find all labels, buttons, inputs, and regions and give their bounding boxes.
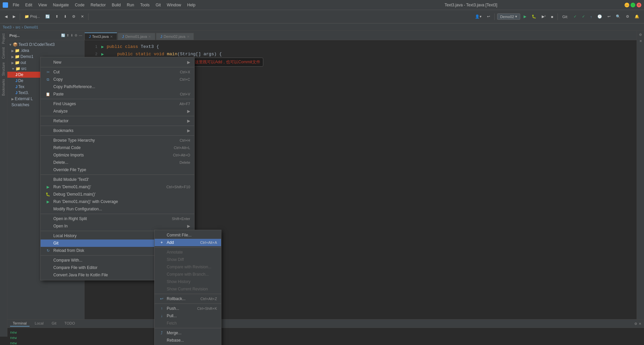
menu-help[interactable]: Help: [184, 2, 198, 8]
menu-git[interactable]: Git: [153, 2, 163, 8]
toolbar-undo[interactable]: ↩: [485, 13, 492, 20]
cm-copy-path[interactable]: Copy Path/Reference...: [41, 83, 194, 90]
menu-build[interactable]: Build: [109, 2, 123, 8]
toolbar-sync[interactable]: 🔄: [43, 13, 52, 20]
cm-reformat[interactable]: Reformat Code Ctrl+Alt+L: [41, 144, 194, 151]
cm-run-coverage[interactable]: ▶ Run 'Demo01.main()' with Coverage: [41, 198, 194, 205]
cm-cut[interactable]: ✂ Cut Ctrl+X: [41, 68, 194, 76]
breadcrumb-text3[interactable]: Text3: [3, 25, 11, 29]
toolbar-collapse[interactable]: ⬆: [53, 13, 60, 20]
cm-new[interactable]: New ▶: [41, 59, 194, 66]
toolbar-expand[interactable]: ⬇: [62, 13, 69, 20]
project-header-btn-collapse[interactable]: ⬆: [66, 33, 69, 37]
search-button[interactable]: 🔍: [614, 13, 623, 20]
project-header-btn-sync[interactable]: 🔄: [61, 33, 65, 37]
cm-analyze[interactable]: Analyze ▶: [41, 108, 194, 115]
gs-merge[interactable]: ⤴ Merge...: [155, 329, 221, 337]
stop-button[interactable]: ■: [549, 14, 555, 20]
menu-refactor[interactable]: Refactor: [88, 2, 108, 8]
project-header-btn-more[interactable]: ⚙: [74, 33, 77, 37]
coverage-button[interactable]: ▶ˢ: [540, 13, 548, 20]
gs-pull[interactable]: ↓ Pull...: [155, 312, 221, 320]
menu-view[interactable]: View: [36, 2, 50, 8]
cm-build-module[interactable]: Build Module 'Text3': [41, 176, 194, 183]
tab-demo02-close[interactable]: ✕: [187, 35, 190, 39]
cm-open-right-split[interactable]: Open in Right Split Shift+Enter: [41, 215, 194, 222]
menu-code[interactable]: Code: [72, 2, 87, 8]
right-toolbar-settings[interactable]: ⚙: [639, 33, 642, 37]
run-button[interactable]: ▶: [522, 13, 528, 20]
terminal-content[interactable]: new new new new new new new new PS D:\Co…: [7, 328, 644, 345]
cm-bookmarks[interactable]: Bookmarks ▶: [41, 127, 194, 134]
cm-refactor[interactable]: Refactor ▶: [41, 117, 194, 125]
bottom-tab-terminal[interactable]: Terminal: [10, 321, 30, 327]
vtab-bookmarks[interactable]: Bookmarks: [1, 78, 6, 97]
terminal-settings[interactable]: ⚙: [634, 322, 637, 326]
cm-find-usages[interactable]: Find Usages Alt+F7: [41, 100, 194, 108]
cm-optimize-imports[interactable]: Optimize Imports Ctrl+Alt+O: [41, 151, 194, 159]
menu-run[interactable]: Run: [124, 2, 137, 8]
cm-browse-type[interactable]: Browse Type Hierarchy Ctrl+H: [41, 137, 194, 144]
gs-push[interactable]: ↑ Push... Ctrl+Shift+K: [155, 305, 221, 312]
gs-rollback[interactable]: ↩ Rollback... Ctrl+Alt+Z: [155, 295, 221, 302]
cm-debug[interactable]: 🐛 Debug 'Demo01.main()': [41, 191, 194, 198]
tab-text3[interactable]: J Text3.java ✕: [85, 32, 117, 40]
breadcrumb-src[interactable]: src: [15, 25, 20, 29]
terminal-close[interactable]: ✕: [639, 322, 641, 326]
git-history[interactable]: 🕐: [595, 13, 604, 20]
bottom-tab-todo[interactable]: TODO: [62, 321, 78, 327]
menu-tools[interactable]: Tools: [138, 2, 152, 8]
menu-file[interactable]: File: [10, 2, 22, 8]
minimize-button[interactable]: —: [625, 3, 629, 7]
toolbar-back[interactable]: ◀: [3, 13, 9, 20]
project-header-btn-expand[interactable]: ⬇: [70, 33, 73, 37]
cm-modify-run-config[interactable]: Modify Run Configuration...: [41, 205, 194, 213]
git-push[interactable]: ↑: [588, 14, 594, 20]
cm-open-in[interactable]: Open In ▶: [41, 222, 194, 230]
settings-button[interactable]: ⚙: [624, 13, 631, 20]
toolbar-forward[interactable]: ▶: [11, 13, 17, 20]
toolbar-close-panel[interactable]: ✕: [79, 13, 86, 20]
bottom-tab-git[interactable]: Git: [49, 321, 59, 327]
gs-rebase[interactable]: Rebase...: [155, 337, 221, 344]
git-check-2[interactable]: ✓: [580, 13, 587, 20]
tree-idea[interactable]: ▶ 📁 .idea: [7, 48, 84, 54]
menu-navigate[interactable]: Navigate: [50, 2, 71, 8]
toolbar-settings[interactable]: ⚙: [70, 13, 77, 20]
breadcrumb-demo01[interactable]: Demo01: [24, 25, 38, 29]
cm-copy[interactable]: ⧉ Copy Ctrl+C: [41, 76, 194, 83]
bottom-tab-local[interactable]: Local: [32, 321, 46, 327]
run-gutter-icon-2[interactable]: ▶: [101, 52, 105, 56]
line-number-2: 2: [87, 52, 97, 56]
run-config-selector[interactable]: Demo02 ▾: [497, 13, 520, 20]
tab-demo01[interactable]: J Demo01.java ✕: [118, 33, 155, 40]
toolbar-notifications[interactable]: 🔔: [633, 13, 641, 20]
project-header-btn-close[interactable]: —: [79, 33, 82, 37]
vtab-structure[interactable]: Structure: [1, 61, 6, 77]
run-gutter-icon-1[interactable]: ▶: [101, 45, 105, 49]
git-check-1[interactable]: ✓: [572, 13, 579, 20]
debug-button[interactable]: 🐛: [530, 13, 538, 20]
gs-add[interactable]: + Add Ctrl+Alt+A: [155, 239, 221, 246]
tab-demo02[interactable]: J Demo02.java ✕: [156, 33, 194, 40]
maximize-button[interactable]: □: [631, 3, 635, 7]
right-toolbar-close[interactable]: ✕: [639, 39, 642, 43]
tab-text3-close[interactable]: ✕: [110, 35, 113, 39]
cm-run[interactable]: ▶ Run 'Demo01.main()' Ctrl+Shift+F10: [41, 183, 194, 191]
vtab-project[interactable]: Project: [1, 32, 6, 45]
menu-edit[interactable]: Edit: [22, 2, 35, 8]
cm-override-file-type[interactable]: Override File Type: [41, 166, 194, 174]
menu-window[interactable]: Window: [164, 2, 184, 8]
close-button[interactable]: ✕: [637, 3, 641, 7]
cm-refactor-label: Refactor: [53, 119, 184, 123]
gs-commit-file[interactable]: Commit File...: [155, 231, 221, 239]
tree-root[interactable]: ▼ 📦 Text3 D:\Code\Text3: [7, 42, 84, 48]
tab-demo01-close[interactable]: ✕: [148, 35, 151, 39]
git-revert[interactable]: ↩: [605, 13, 612, 20]
cm-browse-type-label: Browse Type Hierarchy: [53, 138, 180, 143]
cm-delete[interactable]: Delete... Delete: [41, 159, 194, 166]
cm-paste[interactable]: 📋 Paste Ctrl+V: [41, 90, 194, 98]
vtab-commit[interactable]: Commit: [1, 46, 6, 60]
toolbar-project[interactable]: 📁 Proj...: [22, 13, 42, 20]
toolbar-profile[interactable]: 👤▾: [473, 13, 484, 20]
